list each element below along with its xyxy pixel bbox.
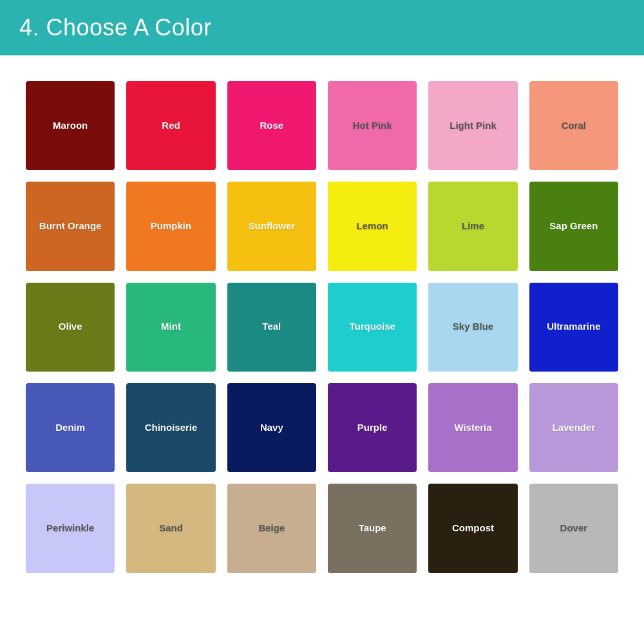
color-swatch-teal[interactable]: Teal	[227, 283, 316, 372]
color-label-red: Red	[159, 117, 182, 135]
color-swatch-burnt-orange[interactable]: Burnt Orange	[26, 182, 115, 270]
color-label-pumpkin: Pumpkin	[148, 218, 194, 235]
color-swatch-sunflower[interactable]: Sunflower	[227, 182, 316, 270]
color-label-sky-blue: Sky Blue	[450, 318, 496, 336]
color-swatch-coral[interactable]: Coral	[529, 81, 618, 170]
color-swatch-navy[interactable]: Navy	[227, 383, 316, 472]
color-swatch-turquoise[interactable]: Turquoise	[328, 283, 417, 372]
color-swatch-beige[interactable]: Beige	[227, 484, 316, 573]
color-swatch-mint[interactable]: Mint	[126, 283, 215, 372]
color-swatch-pumpkin[interactable]: Pumpkin	[126, 182, 215, 270]
color-swatch-red[interactable]: Red	[126, 81, 215, 170]
color-swatch-denim[interactable]: Denim	[26, 383, 115, 472]
color-label-turquoise: Turquoise	[346, 318, 397, 336]
color-swatch-rose[interactable]: Rose	[227, 81, 316, 170]
color-label-periwinkle: Periwinkle	[44, 520, 97, 537]
main-content: MaroonRedRoseHot PinkLight PinkCoralBurn…	[0, 55, 644, 599]
color-swatch-sap-green[interactable]: Sap Green	[529, 182, 618, 270]
color-label-coral: Coral	[559, 117, 589, 135]
color-swatch-taupe[interactable]: Taupe	[328, 484, 417, 573]
color-label-sap-green: Sap Green	[547, 218, 600, 235]
color-label-chinoiserie: Chinoiserie	[142, 419, 200, 437]
color-swatch-compost[interactable]: Compost	[428, 484, 517, 573]
color-label-lemon: Lemon	[354, 218, 391, 235]
header: 4. Choose A Color	[0, 0, 644, 55]
color-swatch-lemon[interactable]: Lemon	[328, 182, 417, 270]
color-label-dover: Dover	[558, 520, 591, 537]
color-label-ultramarine: Ultramarine	[544, 318, 603, 336]
color-swatch-light-pink[interactable]: Light Pink	[428, 81, 517, 170]
color-label-mint: Mint	[158, 318, 184, 336]
color-swatch-chinoiserie[interactable]: Chinoiserie	[126, 383, 215, 472]
color-swatch-olive[interactable]: Olive	[26, 283, 115, 372]
color-label-wisteria: Wisteria	[451, 419, 494, 437]
color-label-beige: Beige	[256, 520, 287, 537]
color-swatch-lavender[interactable]: Lavender	[529, 383, 618, 472]
color-label-light-pink: Light Pink	[447, 117, 499, 135]
color-label-rose: Rose	[257, 117, 286, 135]
color-label-lime: Lime	[459, 218, 487, 235]
color-label-sunflower: Sunflower	[246, 218, 298, 235]
color-swatch-maroon[interactable]: Maroon	[26, 81, 115, 170]
color-label-compost: Compost	[450, 520, 497, 537]
color-label-denim: Denim	[53, 419, 88, 437]
color-swatch-lime[interactable]: Lime	[428, 182, 517, 270]
color-label-maroon: Maroon	[50, 117, 90, 135]
color-label-navy: Navy	[258, 419, 286, 437]
color-swatch-periwinkle[interactable]: Periwinkle	[26, 484, 115, 573]
color-grid: MaroonRedRoseHot PinkLight PinkCoralBurn…	[26, 81, 618, 573]
color-swatch-sand[interactable]: Sand	[126, 484, 215, 573]
color-swatch-hot-pink[interactable]: Hot Pink	[328, 81, 417, 170]
color-swatch-wisteria[interactable]: Wisteria	[428, 383, 517, 472]
color-label-taupe: Taupe	[356, 520, 389, 537]
page-title: 4. Choose A Color	[19, 14, 625, 41]
color-label-sand: Sand	[156, 520, 185, 537]
color-label-teal: Teal	[260, 318, 283, 336]
color-label-lavender: Lavender	[549, 419, 598, 437]
color-swatch-dover[interactable]: Dover	[529, 484, 618, 573]
color-label-olive: Olive	[56, 318, 85, 336]
color-label-purple: Purple	[355, 419, 390, 437]
color-swatch-sky-blue[interactable]: Sky Blue	[428, 283, 517, 372]
color-swatch-purple[interactable]: Purple	[328, 383, 417, 472]
color-label-burnt-orange: Burnt Orange	[37, 218, 104, 235]
color-swatch-ultramarine[interactable]: Ultramarine	[529, 283, 618, 372]
color-label-hot-pink: Hot Pink	[350, 117, 395, 135]
